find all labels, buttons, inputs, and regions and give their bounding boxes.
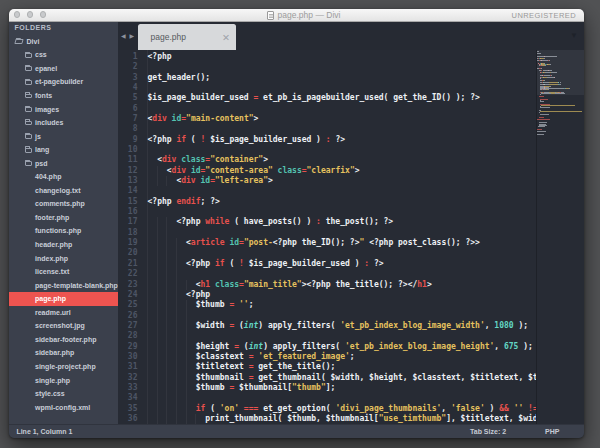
code-line-15: <?php endif; ?> xyxy=(148,197,220,207)
token-pln: get_thumbnail( $width, $height, $classte… xyxy=(253,373,536,382)
close-button[interactable] xyxy=(14,11,20,17)
token-pln: $titletext xyxy=(148,362,249,371)
indent-guide xyxy=(157,166,158,176)
sidebar-file-comments.php[interactable]: comments.php xyxy=(9,197,118,211)
sidebar-file-license.txt[interactable]: license.txt xyxy=(9,265,118,279)
sidebar-file-single.php[interactable]: single.php xyxy=(9,374,118,388)
sidebar-folder-js[interactable]: js xyxy=(9,130,118,144)
token-str: "main_title" xyxy=(244,280,302,289)
indent-guide xyxy=(186,331,187,341)
sidebar-file-404.php[interactable]: 404.php xyxy=(9,170,118,184)
token-pln: , xyxy=(494,342,504,351)
sidebar-file-wpml-config.xml[interactable]: wpml-config.xml xyxy=(9,401,118,415)
sidebar-file-index.php[interactable]: index.php xyxy=(9,252,118,266)
minimap[interactable] xyxy=(536,50,584,424)
indent-guide xyxy=(176,311,177,321)
sidebar-folder-includes[interactable]: includes xyxy=(9,116,118,130)
sidebar-file-footer.php[interactable]: footer.php xyxy=(9,211,118,225)
sidebar-file-page-template-blank.php[interactable]: page-template-blank.php xyxy=(9,279,118,293)
sidebar-folder-epanel[interactable]: epanel xyxy=(9,62,118,76)
tab-overflow-icon[interactable]: ▼ xyxy=(570,30,578,41)
sidebar-file-functions.php[interactable]: functions.php xyxy=(9,224,118,238)
token-str: "main-content" xyxy=(186,114,253,123)
sidebar-folder-et-pagebuilder[interactable]: et-pagebuilder xyxy=(9,75,118,89)
indent-guide xyxy=(166,217,167,227)
indent-guide xyxy=(166,373,167,383)
indent-guide xyxy=(166,331,167,341)
indent-guide xyxy=(157,362,158,372)
minimap-line xyxy=(539,117,544,118)
token-attr: id xyxy=(191,166,201,175)
indent-guide xyxy=(166,362,167,372)
indent-guide xyxy=(166,238,167,248)
indent-guide xyxy=(176,414,177,423)
sidebar-folder-Divi[interactable]: Divi xyxy=(9,35,118,49)
sidebar-file-header.php[interactable]: header.php xyxy=(9,238,118,252)
code-area[interactable]: <?phpget_header();$is_page_builder_used … xyxy=(138,50,537,424)
code-line-9: <?php if ( ! $is_page_builder_used ) : ?… xyxy=(148,135,346,145)
line-number: 26 xyxy=(118,311,138,321)
line-number: 25 xyxy=(118,300,138,310)
syntax-indicator[interactable]: PHP xyxy=(545,425,559,439)
sidebar-file-style.css[interactable]: style.css xyxy=(9,387,118,401)
token-pln: et_get_option( xyxy=(258,404,335,413)
sidebar-file-changelog.txt[interactable]: changelog.txt xyxy=(9,184,118,198)
sidebar-file-single-project.php[interactable]: single-project.php xyxy=(9,360,118,374)
token-attr: class xyxy=(215,280,239,289)
token-pln: ; ?> xyxy=(201,197,220,206)
indent-guide xyxy=(157,311,158,321)
sidebar-item-label: epanel xyxy=(35,62,57,76)
token-str: "container" xyxy=(210,155,263,164)
tab-close-icon[interactable]: ✕ xyxy=(220,24,232,51)
editor[interactable]: 1234567891011121314151617181920212223242… xyxy=(118,50,584,424)
line-number: 6 xyxy=(118,104,138,114)
token-str: "content-area" xyxy=(205,166,272,175)
token-red: if xyxy=(215,259,225,268)
indent-guide xyxy=(166,259,167,269)
sidebar-file-sidebar.php[interactable]: sidebar.php xyxy=(9,346,118,360)
sidebar-folder-images[interactable]: images xyxy=(9,103,118,117)
sidebar-file-readme.url[interactable]: readme.url xyxy=(9,306,118,320)
sidebar-file-page.php[interactable]: page.php xyxy=(9,292,118,306)
tab-page-php[interactable]: page.php ✕ xyxy=(138,24,236,51)
indent-guide xyxy=(157,248,158,258)
token-pln: < xyxy=(148,176,182,185)
token-pln: ( xyxy=(205,404,219,413)
sidebar-file-screenshot.jpg[interactable]: screenshot.jpg xyxy=(9,319,118,333)
sidebar-file-sidebar-footer.php[interactable]: sidebar-footer.php xyxy=(9,333,118,347)
sidebar-item-label: header.php xyxy=(35,238,72,252)
sidebar-folder-css[interactable]: css xyxy=(9,48,118,62)
token-str: 'divi_page_thumbnails' xyxy=(335,404,441,413)
token-pln: <?php xyxy=(148,135,177,144)
sidebar-item-label: psd xyxy=(35,157,47,171)
indent-guide xyxy=(166,300,167,310)
indent-guide xyxy=(157,331,158,341)
indent-guide xyxy=(176,373,177,383)
tab-size-indicator[interactable]: Tab Size: 2 xyxy=(470,425,506,439)
code-line-17: <?php while ( have_posts() ) : the_post(… xyxy=(148,217,394,227)
indent-guide xyxy=(157,404,158,414)
token-pln: $thumb xyxy=(148,300,230,309)
token-str: 'et_pb_index_blog_image_width' xyxy=(340,321,485,330)
sidebar-folder-psd[interactable]: psd xyxy=(9,157,118,171)
token-pln: ) xyxy=(485,404,499,413)
sublime-text-window: page.php — Divi UNREGISTERED FOLDERS Div… xyxy=(9,9,584,438)
line-number: 22 xyxy=(118,269,138,279)
token-attr: id xyxy=(201,176,211,185)
sidebar-folder-lang[interactable]: lang xyxy=(9,143,118,157)
indent-guide xyxy=(166,248,167,258)
tab-scroll-right-icon[interactable]: ▶ xyxy=(130,32,135,41)
tab-scroll-left-icon[interactable]: ◀ xyxy=(121,32,126,41)
line-number: 14 xyxy=(118,186,138,196)
minimap-viewport[interactable] xyxy=(537,50,584,95)
indent-guide xyxy=(166,311,167,321)
token-red: !== xyxy=(528,404,536,413)
line-number: 20 xyxy=(118,248,138,258)
token-red: div xyxy=(172,166,186,175)
indent-guide xyxy=(186,404,187,414)
sidebar-folder-fonts[interactable]: fonts xyxy=(9,89,118,103)
line-number: 36 xyxy=(118,414,138,423)
token-pln: ><?php the_title(); ?></ xyxy=(302,280,418,289)
token-str: "clearfix" xyxy=(307,166,355,175)
sidebar: FOLDERS Divicssepanelet-pagebuilderfonts… xyxy=(9,22,118,424)
